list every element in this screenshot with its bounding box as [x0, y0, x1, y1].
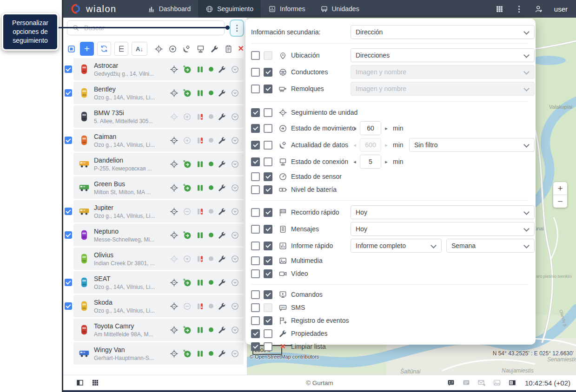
unit-row-bmw-735i[interactable]: BMW 735i5. Allee, Mittelfeld 305...	[73, 105, 244, 128]
unit-expand-icon[interactable]	[231, 349, 239, 358]
unit-checkbox[interactable]	[65, 302, 72, 310]
unit-properties-icon[interactable]	[218, 89, 226, 98]
locate-icon[interactable]	[170, 112, 179, 121]
checkbox-col1[interactable]	[251, 269, 260, 278]
operator-chat-icon[interactable]	[447, 379, 455, 387]
checkbox-col1[interactable]	[251, 51, 260, 60]
unit-properties-icon[interactable]	[218, 231, 226, 240]
checkbox-col2[interactable]	[264, 68, 272, 77]
tab-seguimiento[interactable]: Seguimiento	[198, 0, 261, 18]
checkbox-col2[interactable]	[264, 124, 272, 133]
checkbox-col2[interactable]	[264, 329, 272, 338]
unit-row-caiman[interactable]: CaimanOzo g., 14A, Vilnius, Li...	[73, 129, 244, 151]
unit-properties-icon[interactable]	[218, 278, 226, 287]
locate-icon[interactable]	[170, 231, 179, 240]
unit-expand-icon[interactable]	[231, 183, 239, 192]
checkbox-col1[interactable]	[251, 316, 260, 325]
unit-row-toyota-camry[interactable]: Toyota CamryAm Mittelfelde 98A, M...	[73, 319, 244, 341]
nav-kebab-icon[interactable]: ⋮	[515, 5, 523, 13]
unit-expand-icon[interactable]	[231, 231, 239, 240]
user-name[interactable]: user	[554, 5, 568, 13]
map-attribution[interactable]: © OpenStreetMap contributors	[250, 354, 319, 359]
checkbox-col2[interactable]	[264, 85, 272, 93]
locate-icon[interactable]	[170, 302, 179, 311]
unit-checkbox[interactable]	[65, 137, 72, 144]
unit-expand-icon[interactable]	[231, 89, 239, 98]
secondary-info-select[interactable]: Dirección	[351, 25, 535, 39]
unit-properties-icon[interactable]	[218, 207, 226, 216]
unit-row-skoda[interactable]: SkodaOzo g., 14A, Vilnius, Li...	[73, 295, 244, 317]
locate-icon[interactable]	[170, 183, 179, 192]
checkbox-col2[interactable]	[264, 172, 272, 181]
unit-expand-icon[interactable]	[231, 255, 239, 263]
media-icon[interactable]	[493, 379, 501, 387]
sort-az-button[interactable]: A↓	[132, 42, 147, 56]
checkbox-col1[interactable]	[251, 208, 260, 217]
checkbox-col2[interactable]	[264, 108, 272, 117]
layout-toggle-icon[interactable]	[76, 379, 84, 387]
actualidad-filter-select[interactable]: Sin filtro	[409, 138, 535, 152]
tab-informes[interactable]: Informes	[261, 0, 312, 18]
motion-column-icon[interactable]	[168, 45, 177, 53]
checkbox-col2[interactable]	[264, 342, 272, 351]
tree-view-button[interactable]	[114, 42, 128, 56]
unit-properties-icon[interactable]	[218, 183, 226, 192]
locate-icon[interactable]	[170, 160, 179, 169]
recorrido-select[interactable]: Hoy	[351, 205, 535, 219]
locate-icon[interactable]	[170, 326, 179, 334]
checkbox-col2[interactable]	[264, 269, 272, 278]
checkbox-col2[interactable]	[264, 141, 272, 150]
unit-row-neptuno[interactable]: NeptunoMesse-Schnellweg, Mi...	[73, 224, 244, 246]
refresh-button[interactable]	[97, 42, 111, 56]
connection-column-icon[interactable]	[196, 45, 205, 53]
checkbox-col2[interactable]	[264, 225, 272, 234]
unit-expand-icon[interactable]	[231, 160, 239, 169]
unit-row-jupiter[interactable]: JupiterOzo g., 14A, Vilnius, Li...	[73, 200, 244, 222]
unit-expand-icon[interactable]	[231, 278, 239, 287]
checkbox-col1[interactable]	[251, 303, 260, 312]
unit-row-seat[interactable]: SEATOzo g., 14A, Vilnius, Li...	[73, 271, 244, 294]
add-unit-button[interactable]: +	[80, 42, 94, 56]
locate-icon[interactable]	[170, 278, 179, 287]
info-panel-icon[interactable]	[508, 379, 516, 387]
stepper-decrease[interactable]: ◂	[351, 125, 358, 131]
tab-unidades[interactable]: Unidades	[313, 0, 367, 18]
unit-properties-icon[interactable]	[218, 112, 226, 121]
clear-list-icon[interactable]: ✕	[238, 45, 244, 52]
locate-icon[interactable]	[170, 349, 179, 358]
checkbox-col1[interactable]	[251, 108, 260, 117]
checkbox-col2[interactable]	[264, 185, 272, 194]
clipboard-column-icon[interactable]	[224, 45, 233, 53]
checkbox-col2[interactable]	[264, 51, 272, 60]
stepper-increase[interactable]: ▸	[383, 125, 390, 131]
zoom-out-button[interactable]: −	[553, 195, 567, 208]
unit-checkbox[interactable]	[65, 231, 72, 239]
unit-row-bentley[interactable]: BentleyOzo g., 14A, Vilnius, Li...	[73, 82, 244, 104]
locate-icon[interactable]	[170, 207, 179, 216]
checkbox-col1[interactable]	[251, 68, 260, 77]
unit-properties-icon[interactable]	[218, 326, 226, 334]
locate-icon[interactable]	[170, 136, 179, 145]
conexion-minutes-input[interactable]	[360, 155, 381, 169]
locate-icon[interactable]	[170, 89, 179, 98]
checkbox-col2[interactable]	[264, 316, 272, 325]
checkbox-col1[interactable]	[251, 256, 260, 265]
movimiento-minutes-input[interactable]	[360, 121, 381, 135]
wialon-logo[interactable]: wialon	[63, 3, 121, 14]
informe-template-select[interactable]: Informe completo	[351, 239, 442, 253]
select-all-checkbox-icon[interactable]	[67, 45, 76, 53]
checkbox-col1[interactable]	[251, 329, 260, 338]
unit-row-astrocar[interactable]: AstrocarGedvydžių g., 14, Vilni...	[73, 58, 244, 80]
checkbox-col1[interactable]	[251, 342, 260, 351]
checkbox-col1[interactable]	[251, 124, 260, 133]
ubicacion-select[interactable]: Direcciones	[351, 48, 535, 62]
unit-checkbox[interactable]	[65, 279, 72, 286]
informe-interval-select[interactable]: Semana	[446, 239, 535, 253]
unit-checkbox[interactable]	[65, 208, 72, 215]
checkbox-col2[interactable]	[264, 157, 272, 166]
checkbox-col2[interactable]	[264, 242, 272, 250]
checkbox-col1[interactable]	[251, 172, 260, 181]
unit-row-olivius[interactable]: OliviusIndian Creek Dr 3801, ...	[73, 248, 244, 270]
unit-expand-icon[interactable]	[231, 112, 239, 121]
unit-checkbox[interactable]	[65, 65, 72, 73]
